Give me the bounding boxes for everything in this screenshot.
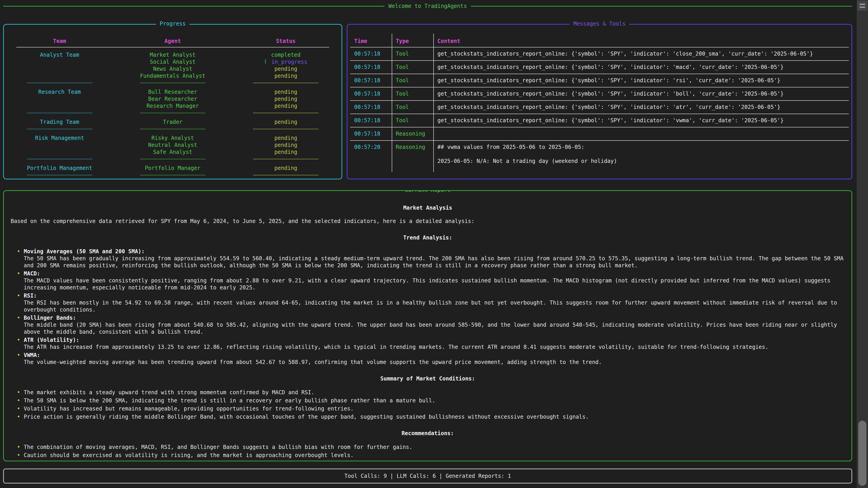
messages-col-content: Content bbox=[433, 38, 849, 47]
progress-row: Neutral Analystpending bbox=[4, 142, 342, 149]
bullet-dot-icon: • bbox=[17, 292, 24, 313]
bullet-dot-icon: • bbox=[17, 315, 24, 335]
app-title: Welcome to TradingAgents bbox=[384, 3, 471, 9]
progress-status-cell: pending bbox=[230, 149, 342, 156]
scrollbar-thumb[interactable] bbox=[858, 421, 866, 486]
bullet-body: Caution should be exercised as volatilit… bbox=[24, 452, 845, 459]
message-row: 00:57:18Toolget_stockstats_indicators_re… bbox=[350, 47, 849, 60]
progress-agent-cell: Neutral Analyst bbox=[115, 142, 230, 149]
bullet-title: MACD: bbox=[24, 270, 845, 277]
bullet-text: The 50 SMA is below the 200 SMA, indicat… bbox=[24, 397, 845, 404]
bullet-dot-icon: • bbox=[17, 337, 24, 351]
progress-panel: Progress Team Agent Status Analyst TeamM… bbox=[3, 24, 342, 180]
message-time-cell: 00:57:18 bbox=[350, 127, 392, 140]
messages-table: Time Type Content 00:57:18Toolget_stocks… bbox=[347, 25, 851, 179]
message-content-cell: get_stockstats_indicators_report_online:… bbox=[433, 114, 849, 127]
messages-table-body: 00:57:18Toolget_stockstats_indicators_re… bbox=[350, 47, 849, 168]
separator-segment bbox=[4, 159, 115, 159]
bullet-body: The volume-weighted moving average has b… bbox=[24, 359, 845, 366]
bullet-title: RSI: bbox=[24, 292, 845, 299]
status-label: in_progress bbox=[272, 59, 307, 65]
bullet-text: Use ATR to set appropriate stop-loss lev… bbox=[24, 460, 845, 461]
progress-agent-cell: Safe Analyst bbox=[115, 149, 230, 156]
progress-row: News Analystpending bbox=[4, 66, 342, 72]
stats-footer-panel: Tool Calls: 9 | LLM Calls: 6 | Generated… bbox=[3, 468, 852, 484]
bullet-body: The market exhibits a steady upward tren… bbox=[24, 389, 845, 396]
status-label: pending bbox=[274, 73, 297, 79]
scrollbar-track[interactable] bbox=[857, 0, 868, 488]
messages-column-divider bbox=[433, 34, 434, 172]
bullet-dot-icon: • bbox=[17, 405, 24, 412]
progress-row: Safe Analystpending bbox=[4, 149, 342, 156]
message-type-cell: Tool bbox=[392, 101, 433, 113]
report-bullet: •Moving Averages (50 SMA and 200 SMA):Th… bbox=[17, 248, 845, 269]
message-type-cell: Reasoning bbox=[392, 141, 433, 168]
report-bullet: •The market exhibits a steady upward tre… bbox=[17, 389, 845, 396]
progress-agent-cell: Trader bbox=[115, 119, 230, 126]
bullet-text: RSI:The RSI has been mostly in the 54.92… bbox=[24, 292, 845, 313]
rule-line-left bbox=[3, 6, 384, 6]
progress-status-cell: pending bbox=[230, 72, 342, 79]
progress-row: Trading TeamTraderpending bbox=[4, 119, 342, 126]
bullet-title: Bollinger Bands: bbox=[24, 315, 845, 322]
message-row: 00:57:18Toolget_stockstats_indicators_re… bbox=[350, 61, 849, 74]
messages-column-divider bbox=[392, 34, 392, 172]
message-time-cell: 00:57:18 bbox=[350, 61, 392, 74]
message-content-cell: get_stockstats_indicators_report_online:… bbox=[433, 88, 849, 100]
report-doc-heading: Market Analysis bbox=[11, 204, 845, 212]
progress-team-cell: Research Team bbox=[4, 89, 115, 96]
message-time-cell: 00:57:18 bbox=[350, 114, 392, 127]
message-row: 00:57:18Toolget_stockstats_indicators_re… bbox=[350, 101, 849, 113]
report-bullet-list: •The combination of moving averages, MAC… bbox=[11, 444, 845, 461]
message-type-cell: Tool bbox=[392, 74, 433, 87]
report-bullet-list: •Moving Averages (50 SMA and 200 SMA):Th… bbox=[11, 248, 845, 366]
report-intro: Based on the comprehensive data retrieve… bbox=[11, 218, 845, 225]
message-type-cell: Tool bbox=[392, 47, 433, 60]
message-content-cell: get_stockstats_indicators_report_online:… bbox=[433, 101, 849, 113]
message-content-cell: get_stockstats_indicators_report_online:… bbox=[433, 74, 849, 87]
bullet-dot-icon: • bbox=[17, 414, 24, 420]
separator-segment bbox=[115, 113, 230, 113]
message-type-cell: Tool bbox=[392, 114, 433, 127]
report-panel-title: Current Report bbox=[401, 190, 454, 193]
progress-team-cell bbox=[4, 59, 115, 66]
progress-agent-cell: Research Manager bbox=[115, 103, 230, 109]
message-time-cell: 00:57:20 bbox=[350, 141, 392, 168]
progress-team-cell bbox=[4, 149, 115, 156]
bullet-body: The 50 SMA has been gradually increasing… bbox=[24, 255, 845, 269]
messages-col-time: Time bbox=[350, 38, 392, 47]
bullet-text: Caution should be exercised as volatilit… bbox=[24, 452, 845, 459]
stats-footer-label: Tool Calls: 9 | LLM Calls: 6 | Generated… bbox=[344, 473, 511, 479]
bullet-text: Volatility has increased but remains man… bbox=[24, 405, 845, 412]
messages-panel: Messages & Tools Time Type Content 00:57… bbox=[347, 24, 852, 180]
progress-team-cell bbox=[4, 142, 115, 149]
progress-team-cell: Analyst Team bbox=[4, 52, 115, 59]
scroll-menu-icon[interactable] bbox=[857, 1, 867, 11]
progress-status-cell: completed bbox=[230, 52, 342, 59]
progress-status-cell: ⠇in_progress bbox=[230, 59, 342, 66]
progress-status-cell: pending bbox=[230, 119, 342, 126]
report-bullet: •Caution should be exercised as volatili… bbox=[17, 452, 845, 459]
separator-segment bbox=[230, 159, 342, 159]
report-bullet: •MACD:The MACD values have been consiste… bbox=[17, 270, 845, 291]
report-bullet-list: •The market exhibits a steady upward tre… bbox=[11, 389, 845, 420]
progress-team-cell bbox=[4, 103, 115, 109]
progress-row: Risk ManagementRisky Analystpending bbox=[4, 135, 342, 142]
message-row: 00:57:20Reasoning## vwma values from 202… bbox=[350, 141, 849, 168]
progress-status-cell: pending bbox=[230, 96, 342, 103]
team-group-separator bbox=[4, 83, 342, 83]
progress-status-cell: pending bbox=[230, 135, 342, 142]
spinner-icon: ⠇ bbox=[264, 59, 268, 65]
bullet-title: ATR (Volatility): bbox=[24, 337, 845, 344]
progress-agent-cell: Bull Researcher bbox=[115, 89, 230, 96]
progress-panel-title: Progress bbox=[156, 21, 189, 27]
status-label: pending bbox=[274, 135, 297, 141]
separator-segment bbox=[230, 129, 342, 129]
message-type-cell: Tool bbox=[392, 88, 433, 100]
separator-segment bbox=[115, 175, 230, 175]
bullet-dot-icon: • bbox=[17, 352, 24, 366]
bullet-dot-icon: • bbox=[17, 444, 24, 451]
status-label: pending bbox=[274, 165, 297, 171]
progress-agent-cell: Market Analyst bbox=[115, 52, 230, 59]
bullet-dot-icon: • bbox=[17, 270, 24, 291]
